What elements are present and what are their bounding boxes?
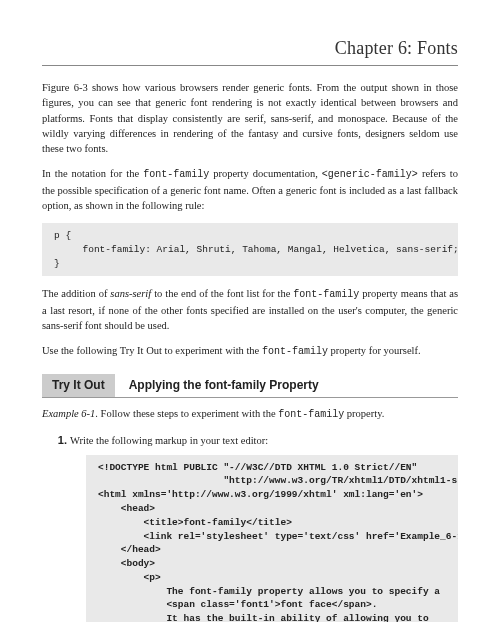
paragraph-1: Figure 6-3 shows how various browsers re… [42, 80, 458, 156]
text: property documentation, [209, 168, 322, 179]
paragraph-3: The addition of sans-serif to the end of… [42, 286, 458, 333]
text: In the notation for the [42, 168, 143, 179]
inline-code: <generic-family> [322, 169, 418, 180]
try-it-out-badge: Try It Out [42, 374, 115, 397]
example-intro: Example 6-1. Follow these steps to exper… [42, 406, 458, 423]
inline-code: font-family [143, 169, 209, 180]
step-1: Write the following markup in your text … [70, 433, 458, 622]
inline-code: font-family [278, 409, 344, 420]
inline-code: font-family [293, 289, 359, 300]
text: . Follow these steps to experiment with … [95, 408, 278, 419]
try-it-out-header: Try It Out Applying the font-family Prop… [42, 374, 458, 398]
step-1-text: Write the following markup in your text … [70, 435, 268, 446]
chapter-title: Chapter 6: Fonts [42, 35, 458, 66]
steps-list: Write the following markup in your text … [42, 433, 458, 622]
text: to the end of the font list for the [151, 288, 293, 299]
paragraph-2: In the notation for the font-family prop… [42, 166, 458, 213]
text: The addition of [42, 288, 110, 299]
italic-text: sans-serif [110, 288, 151, 299]
code-block-rule: p { font-family: Arial, Shruti, Tahoma, … [42, 223, 458, 276]
try-it-out-title: Applying the font-family Property [115, 374, 329, 397]
code-block-markup: <!DOCTYPE html PUBLIC "-//W3C//DTD XHTML… [86, 455, 458, 622]
text: Use the following Try It Out to experime… [42, 345, 262, 356]
text: property for yourself. [328, 345, 421, 356]
paragraph-4: Use the following Try It Out to experime… [42, 343, 458, 360]
inline-code: font-family [262, 346, 328, 357]
example-ref: Example 6-1 [42, 408, 95, 419]
text: property. [344, 408, 384, 419]
